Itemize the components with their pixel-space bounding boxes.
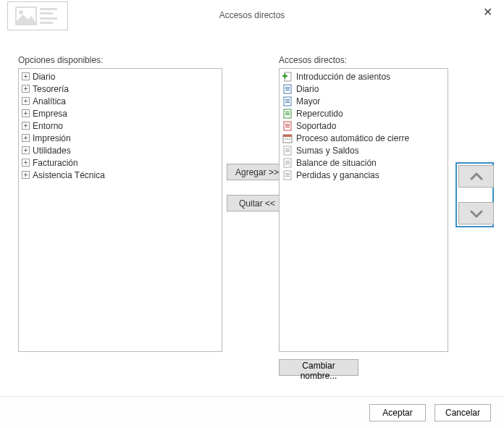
tree-item-label: Analítica xyxy=(33,96,66,106)
move-down-button[interactable] xyxy=(458,202,494,225)
expand-icon[interactable]: + xyxy=(22,109,30,117)
shortcut-item[interactable]: Proceso automático de cierre xyxy=(280,132,448,144)
expand-icon[interactable]: + xyxy=(22,146,30,154)
shortcut-item-icon xyxy=(282,96,293,106)
svg-rect-20 xyxy=(285,114,290,115)
shortcut-item-label: Repercutido xyxy=(296,109,343,119)
available-options-label: Opciones disponibles: xyxy=(18,55,222,65)
shortcut-item[interactable]: Perdidas y ganancias xyxy=(280,169,448,181)
shortcut-item[interactable]: Mayor xyxy=(280,95,448,107)
svg-rect-18 xyxy=(285,112,290,112)
svg-rect-28 xyxy=(287,138,288,140)
svg-rect-19 xyxy=(285,113,290,114)
shortcut-item[interactable]: Diario xyxy=(280,83,448,95)
expand-icon[interactable]: + xyxy=(22,72,30,80)
svg-rect-32 xyxy=(285,150,290,151)
expand-icon[interactable]: + xyxy=(22,122,30,130)
tree-item[interactable]: +Asistencia Técnica xyxy=(19,169,222,181)
shortcut-item-icon xyxy=(282,133,293,143)
shortcut-item[interactable]: Introducción de asientos xyxy=(280,70,448,83)
shortcut-item-icon xyxy=(282,72,293,82)
document-red-icon xyxy=(282,121,293,131)
shortcut-item-label: Proceso automático de cierre xyxy=(296,133,409,143)
tree-item-label: Diario xyxy=(33,72,55,82)
svg-rect-27 xyxy=(285,138,286,140)
tree-item-label: Facturación xyxy=(33,158,78,168)
shortcut-item[interactable]: Sumas y Saldos xyxy=(280,144,448,156)
shortcut-item-icon xyxy=(282,109,293,119)
tree-item[interactable]: +Empresa xyxy=(19,107,222,119)
expand-icon[interactable]: + xyxy=(22,85,30,93)
svg-rect-11 xyxy=(285,88,290,89)
svg-rect-36 xyxy=(285,162,290,163)
tree-item[interactable]: +Tesorería xyxy=(19,83,222,95)
svg-rect-40 xyxy=(285,175,290,175)
tree-item[interactable]: +Facturación xyxy=(19,156,222,169)
shortcut-item-label: Sumas y Saldos xyxy=(296,146,359,156)
svg-rect-16 xyxy=(285,102,290,103)
tree-item[interactable]: +Utilidades xyxy=(19,144,222,156)
svg-rect-37 xyxy=(285,164,290,164)
tree-item[interactable]: +Analítica xyxy=(19,95,222,107)
svg-rect-12 xyxy=(285,90,290,91)
tree-item-label: Entorno xyxy=(33,121,63,131)
expand-icon[interactable]: + xyxy=(22,134,30,142)
tree-item[interactable]: +Entorno xyxy=(19,119,222,132)
expand-icon[interactable]: + xyxy=(22,159,30,167)
move-up-button[interactable] xyxy=(458,165,494,188)
shortcut-item-icon xyxy=(282,170,293,180)
svg-rect-24 xyxy=(285,127,290,127)
svg-rect-26 xyxy=(283,135,292,137)
tree-item[interactable]: +Impresión xyxy=(19,132,222,144)
svg-rect-35 xyxy=(285,161,290,161)
shortcut-item-icon xyxy=(282,158,293,168)
plus-doc-icon xyxy=(282,72,293,82)
svg-rect-2 xyxy=(40,8,57,10)
shortcut-item[interactable]: Soportado xyxy=(280,119,448,132)
svg-rect-23 xyxy=(285,125,290,126)
tree-item[interactable]: +Diario xyxy=(19,70,222,83)
shortcuts-list[interactable]: Introducción de asientosDiarioMayorReper… xyxy=(279,68,448,352)
expand-icon[interactable]: + xyxy=(22,171,30,179)
expand-icon[interactable]: + xyxy=(22,97,30,105)
svg-rect-22 xyxy=(285,124,290,125)
svg-rect-31 xyxy=(285,148,290,149)
svg-rect-8 xyxy=(285,73,286,78)
tree-item-label: Asistencia Técnica xyxy=(33,170,105,180)
tree-item-label: Empresa xyxy=(33,109,67,119)
shortcut-item-icon xyxy=(282,84,293,94)
dialog-footer: Aceptar Cancelar xyxy=(0,396,504,428)
calendar-icon xyxy=(282,133,293,143)
shortcut-item-label: Mayor xyxy=(296,96,320,106)
svg-point-1 xyxy=(19,10,23,14)
chevron-up-icon xyxy=(470,172,483,181)
dialog-title: Accesos directos xyxy=(219,10,285,20)
lines-icon xyxy=(40,7,60,25)
reorder-panel xyxy=(455,162,494,227)
svg-rect-4 xyxy=(40,17,57,20)
shortcut-item[interactable]: Balance de situación xyxy=(280,156,448,169)
cancel-button[interactable]: Cancelar xyxy=(434,404,491,421)
rename-button[interactable]: Cambiar nombre... xyxy=(279,359,358,376)
shortcut-item-label: Diario xyxy=(296,84,319,94)
document-gray-icon xyxy=(282,170,293,180)
shortcut-item-label: Perdidas y ganancias xyxy=(296,170,379,180)
close-icon[interactable]: ✕ xyxy=(479,4,497,20)
ok-button[interactable]: Aceptar xyxy=(369,404,426,421)
svg-rect-14 xyxy=(285,99,290,100)
svg-rect-10 xyxy=(285,87,290,88)
document-gray-icon xyxy=(282,146,293,156)
available-options-tree[interactable]: +Diario+Tesorería+Analítica+Empresa+Ento… xyxy=(18,68,222,352)
tree-item-label: Utilidades xyxy=(33,146,71,156)
image-icon xyxy=(15,7,37,25)
tree-item-label: Tesorería xyxy=(33,84,69,94)
shortcut-item[interactable]: Repercutido xyxy=(280,107,448,119)
shortcut-item-label: Balance de situación xyxy=(296,158,377,168)
svg-rect-41 xyxy=(285,176,290,177)
shortcut-item-icon xyxy=(282,146,293,156)
tree-item-label: Impresión xyxy=(33,133,71,143)
document-icon xyxy=(282,96,293,106)
svg-rect-33 xyxy=(285,151,290,152)
svg-rect-3 xyxy=(40,12,53,14)
shortcut-item-label: Introducción de asientos xyxy=(296,72,390,82)
